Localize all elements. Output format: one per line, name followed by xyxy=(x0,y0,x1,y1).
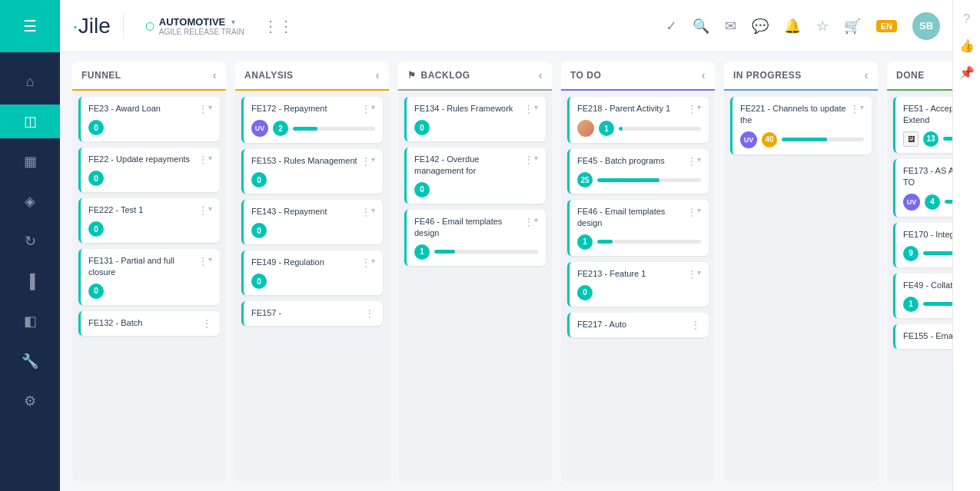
todo-collapse-btn[interactable]: ‹ xyxy=(702,69,706,81)
card-fe134-chevron[interactable]: ▾ xyxy=(534,103,538,111)
card-fe222-chevron[interactable]: ▾ xyxy=(208,204,212,213)
lang-badge[interactable]: EN xyxy=(876,20,897,32)
card-fe46b-title: FE46 - Email templates design xyxy=(414,216,523,240)
org-tree-icon[interactable]: ⋮⋮ xyxy=(263,17,294,35)
sidebar-item-tools[interactable]: 🔧 xyxy=(0,344,60,378)
card-fe131: FE131 - Partial and full closure ⋮ ▾ 0 xyxy=(78,249,220,305)
card-fe149-chevron[interactable]: ▾ xyxy=(371,257,375,265)
card-fe157-menu[interactable]: ⋮ xyxy=(364,307,375,320)
card-fe49: FE49 - Collateral update for ⋮ ▾ 1 xyxy=(893,274,952,318)
card-fe45-menu[interactable]: ⋮ xyxy=(686,155,697,168)
card-fe172-menu[interactable]: ⋮ xyxy=(360,103,371,115)
card-fe134-header: FE134 - Rules Framework ⋮ ▾ xyxy=(414,103,538,115)
card-fe143-chevron[interactable]: ▾ xyxy=(371,206,375,214)
card-fe46b-progress xyxy=(434,250,455,254)
card-fe172-chevron[interactable]: ▾ xyxy=(371,103,375,111)
card-fe132: FE132 - Batch ⋮ xyxy=(78,311,220,336)
pin-icon[interactable]: 📌 xyxy=(959,65,975,80)
sidebar-item-chart[interactable]: ▐ xyxy=(0,264,60,298)
card-fe153-menu[interactable]: ⋮ xyxy=(360,155,371,168)
card-fe218-footer: 1 xyxy=(577,120,701,137)
card-fe46b-menu[interactable]: ⋮ xyxy=(523,216,534,228)
column-header-funnel: FUNNEL ‹ xyxy=(72,61,226,91)
card-fe218-chevron[interactable]: ▾ xyxy=(697,103,701,111)
backlog-collapse-btn[interactable]: ‹ xyxy=(539,69,543,81)
card-fe153: FE153 - Rules Management ⋮ ▾ 0 xyxy=(241,149,383,194)
help-icon[interactable]: ? xyxy=(963,12,970,26)
card-fe131-menu[interactable]: ⋮ xyxy=(198,255,208,267)
card-fe172-count: 2 xyxy=(273,121,288,136)
card-fe46: FE46 - Email templates design ⋮ ▾ 1 xyxy=(567,200,709,256)
card-fe221-footer: UV 40 xyxy=(740,131,864,148)
card-fe217-header: FE217 - Auto ⋮ xyxy=(577,319,701,331)
analysis-collapse-btn[interactable]: ‹ xyxy=(376,69,380,81)
cart-icon[interactable]: 🛒 xyxy=(844,18,861,35)
card-fe23-chevron[interactable]: ▾ xyxy=(208,103,212,111)
chat-icon[interactable]: 💬 xyxy=(752,18,769,35)
card-fe222-menu[interactable]: ⋮ xyxy=(198,204,208,217)
sidebar-item-settings[interactable]: ⚙ xyxy=(0,384,60,418)
card-fe149-menu[interactable]: ⋮ xyxy=(360,257,371,269)
card-fe218-menu[interactable]: ⋮ xyxy=(686,103,697,115)
card-fe22-menu[interactable]: ⋮ xyxy=(198,154,208,166)
card-fe46-chevron[interactable]: ▾ xyxy=(697,206,701,214)
card-fe153-header: FE153 - Rules Management ⋮ ▾ xyxy=(251,155,375,168)
sidebar-nav: ⌂ ◫ ▦ ◈ ↻ ▐ ◧ 🔧 ⚙ xyxy=(0,52,60,418)
inbox-icon[interactable]: ✉ xyxy=(725,18,736,35)
sidebar-item-sync[interactable]: ↻ xyxy=(0,224,60,258)
sync-icon: ↻ xyxy=(25,233,36,250)
user-avatar[interactable]: SB xyxy=(912,12,940,40)
card-fe131-count: 0 xyxy=(88,284,104,299)
card-fe143-menu[interactable]: ⋮ xyxy=(360,206,371,218)
inprogress-collapse-btn[interactable]: ‹ xyxy=(865,69,869,81)
card-fe221-menu[interactable]: ⋮ xyxy=(849,103,860,115)
inprogress-cards: FE221 - Channels to update the ⋮ ▾ UV 40 xyxy=(724,91,878,482)
card-fe153-title: FE153 - Rules Management xyxy=(251,155,360,167)
card-fe142-chevron[interactable]: ▾ xyxy=(534,154,538,162)
card-fe22-chevron[interactable]: ▾ xyxy=(208,154,212,162)
card-fe51-header: FE51 - Accept Loan and Extend ⋮ ▾ xyxy=(903,103,952,127)
column-backlog: ⚑ BACKLOG ‹ FE134 - Rules Framework ⋮ ▾ xyxy=(398,61,552,482)
logo-dot: · xyxy=(72,14,78,38)
search-icon[interactable]: 🔍 xyxy=(693,18,709,35)
funnel-collapse-btn[interactable]: ‹ xyxy=(213,69,217,81)
board-area[interactable]: FUNNEL ‹ FE23 - Award Loan ⋮ ▾ xyxy=(60,52,952,491)
layers-icon: ◫ xyxy=(24,113,37,130)
header: ·Jile ⬡ AUTOMOTIVE ▾ AGILE RELEASE TRAIN… xyxy=(60,0,952,52)
card-fe217-menu[interactable]: ⋮ xyxy=(690,319,701,331)
hamburger-icon[interactable]: ☰ xyxy=(23,17,37,35)
card-fe132-header: FE132 - Batch ⋮ xyxy=(88,317,212,330)
card-fe213-title: FE213 - Feature 1 xyxy=(577,268,686,280)
card-fe170: FE170 - Integration with ⋮ ▾ 9 xyxy=(893,223,952,267)
thumbsup-icon[interactable]: 👍 xyxy=(959,38,975,53)
sidebar-item-cube[interactable]: ◈ xyxy=(0,184,60,218)
card-fe153-chevron[interactable]: ▾ xyxy=(371,155,375,164)
card-fe134-menu[interactable]: ⋮ xyxy=(523,103,534,115)
check-icon[interactable]: ✓ xyxy=(666,18,677,35)
card-fe221-chevron[interactable]: ▾ xyxy=(860,103,864,111)
card-fe46-menu[interactable]: ⋮ xyxy=(686,206,697,218)
star-icon[interactable]: ☆ xyxy=(816,18,829,35)
card-fe132-menu[interactable]: ⋮ xyxy=(201,317,212,330)
sidebar-item-file[interactable]: ◧ xyxy=(0,304,60,338)
sidebar-item-layers[interactable]: ◫ xyxy=(0,105,60,138)
card-fe213-menu[interactable]: ⋮ xyxy=(686,268,697,280)
card-fe23-menu[interactable]: ⋮ xyxy=(198,103,208,115)
card-fe51-progress-bg xyxy=(943,137,952,141)
card-fe155-header: FE155 - Email ⋮ xyxy=(903,330,952,343)
org-chevron-icon[interactable]: ▾ xyxy=(231,18,235,26)
card-fe213-chevron[interactable]: ▾ xyxy=(697,268,701,277)
card-fe131-chevron[interactable]: ▾ xyxy=(208,255,212,264)
card-fe45-chevron[interactable]: ▾ xyxy=(697,155,701,164)
card-fe46b: FE46 - Email templates design ⋮ ▾ 1 xyxy=(404,210,546,266)
todo-label: TO DO xyxy=(570,70,601,81)
card-fe153-count: 0 xyxy=(251,172,267,187)
card-fe46b-chevron[interactable]: ▾ xyxy=(534,216,538,224)
card-fe45-progress xyxy=(597,178,659,182)
bell-icon[interactable]: 🔔 xyxy=(784,18,801,35)
card-fe134-title: FE134 - Rules Framework xyxy=(414,103,523,114)
sidebar-item-calendar[interactable]: ▦ xyxy=(0,144,60,178)
card-fe142-menu[interactable]: ⋮ xyxy=(523,154,534,166)
sidebar-item-home[interactable]: ⌂ xyxy=(0,65,60,98)
card-fe46b-footer: 1 xyxy=(414,244,538,260)
